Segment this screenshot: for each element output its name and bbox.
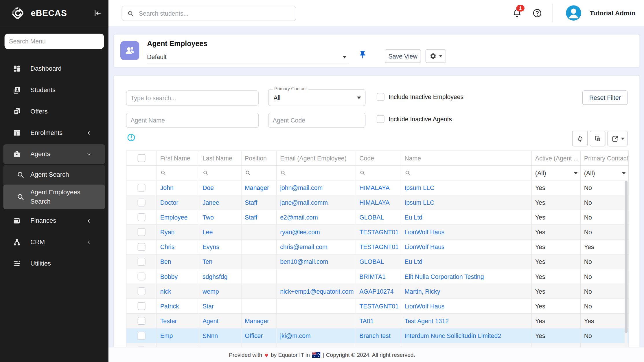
row-checkbox[interactable] <box>138 258 146 266</box>
cell-last-name[interactable]: Ten <box>199 254 241 269</box>
pin-icon[interactable] <box>358 49 367 60</box>
row-checkbox[interactable] <box>138 228 146 236</box>
cell-position[interactable]: Officer <box>241 328 277 343</box>
sidebar-item-agents[interactable]: Agents <box>3 144 105 164</box>
cell-code[interactable]: AGAP10274 <box>356 284 401 299</box>
table-row[interactable]: Doctor Janee Staff jane@mail.comm HIMALA… <box>126 195 629 210</box>
cell-first-name[interactable]: John <box>157 180 199 195</box>
cell-email[interactable]: nick+emp1@equatorit.com <box>277 284 356 299</box>
sidebar-item-finances[interactable]: Finances <box>0 210 108 231</box>
row-checkbox[interactable] <box>138 302 146 310</box>
cell-first-name[interactable]: Doctor <box>157 195 199 210</box>
cell-position[interactable]: Staff <box>241 210 277 225</box>
agent-code-input[interactable] <box>268 113 365 128</box>
cell-email[interactable]: jane@mail.comm <box>277 195 356 210</box>
filter-position[interactable] <box>241 165 277 180</box>
help-icon[interactable] <box>532 8 542 18</box>
cell-name[interactable]: Interdum Nunc Sollicitudin Limited2 <box>401 328 531 343</box>
filter-active-select[interactable]: (All) <box>532 165 581 180</box>
cell-position[interactable] <box>241 239 277 254</box>
cell-last-name[interactable]: Janee <box>199 195 241 210</box>
filter-first-name[interactable] <box>157 165 199 180</box>
cell-first-name[interactable]: Tester <box>157 313 199 328</box>
cell-email[interactable]: e2@mail.com <box>277 210 356 225</box>
cell-email[interactable] <box>277 313 356 328</box>
cell-position[interactable] <box>241 284 277 299</box>
cell-position[interactable] <box>241 225 277 239</box>
cell-name[interactable]: LionWolf Haus <box>401 299 531 313</box>
cell-code[interactable]: GLOBAL <box>356 254 401 269</box>
cell-last-name[interactable]: Lee <box>199 225 241 239</box>
table-row[interactable]: Ryan Lee ryan@lee.com TESTAGNT01 LionWol… <box>126 225 629 239</box>
cell-last-name[interactable]: sdghsfdg <box>199 269 241 284</box>
cell-position[interactable] <box>241 299 277 313</box>
cell-code[interactable]: TA01 <box>356 313 401 328</box>
row-checkbox[interactable] <box>138 317 146 325</box>
cell-name[interactable]: Martin, Ricky <box>401 284 531 299</box>
cell-first-name[interactable]: Ryan <box>157 225 199 239</box>
filter-code[interactable] <box>356 165 401 180</box>
table-row[interactable]: Emp SNnn Officer jki@m.com Branch test I… <box>126 328 629 343</box>
cell-code[interactable]: TESTAGNT01 <box>356 239 401 254</box>
include-inactive-agents-checkbox[interactable] <box>377 115 384 123</box>
cell-position[interactable] <box>241 269 277 284</box>
cell-last-name[interactable]: Doe <box>199 180 241 195</box>
sidebar-item-utilities[interactable]: Utilities <box>0 253 108 274</box>
table-row[interactable]: Tester Agent Manager TA01 Test Agent 131… <box>126 313 629 328</box>
cell-email[interactable]: john@mail.com <box>277 180 356 195</box>
filter-last-name[interactable] <box>199 165 241 180</box>
cell-last-name[interactable]: SNnn <box>199 328 241 343</box>
cell-name[interactable]: Eu Ltd <box>401 210 531 225</box>
cell-email[interactable] <box>277 269 356 284</box>
column-header-name[interactable]: Name <box>401 151 531 165</box>
cell-position[interactable]: Staff <box>241 195 277 210</box>
table-scrollbar-thumb[interactable] <box>625 181 628 333</box>
sidebar-item-enrolments[interactable]: Enrolments <box>0 122 108 144</box>
cell-code[interactable]: HIMALAYA <box>356 195 401 210</box>
column-header-email[interactable]: Email (Agent Employee) <box>277 151 356 165</box>
cell-first-name[interactable]: Employee <box>157 210 199 225</box>
cell-first-name[interactable]: Chris <box>157 239 199 254</box>
cell-email[interactable]: jki@m.com <box>277 328 356 343</box>
column-header-last-name[interactable]: Last Name <box>199 151 241 165</box>
student-search-input[interactable] <box>138 10 296 17</box>
row-checkbox[interactable] <box>138 273 146 281</box>
cell-name[interactable]: Ipsum LLC <box>401 180 531 195</box>
cell-code[interactable]: TESTAGNT01 <box>356 225 401 239</box>
cell-first-name[interactable]: Ben <box>157 254 199 269</box>
menu-search-input[interactable] <box>5 34 104 49</box>
primary-contact-select[interactable]: Primary Contact All <box>268 89 365 106</box>
sidebar-item-offers[interactable]: Offers <box>0 101 108 122</box>
view-selector[interactable]: Default <box>147 51 349 63</box>
type-to-search-input[interactable] <box>126 90 259 106</box>
agent-name-input[interactable] <box>126 113 259 128</box>
cell-name[interactable]: Eu Ltd <box>401 254 531 269</box>
refresh-button[interactable] <box>572 131 588 146</box>
cell-email[interactable]: ryan@lee.com <box>277 225 356 239</box>
cell-last-name[interactable]: Star <box>199 299 241 313</box>
sidebar-item-crm[interactable]: CRM <box>0 231 108 253</box>
cell-email[interactable]: chris@email.com <box>277 239 356 254</box>
save-view-button[interactable]: Save View <box>385 49 421 63</box>
cell-first-name[interactable]: Emp <box>157 328 199 343</box>
copy-button[interactable] <box>590 131 606 146</box>
export-button[interactable] <box>608 131 628 146</box>
cell-name[interactable]: LionWolf Haus <box>401 239 531 254</box>
cell-code[interactable]: HIMALAYA <box>356 180 401 195</box>
table-row[interactable]: Bobby sdghsfdg BRIMTA1 Elit Nulla Corpor… <box>126 269 629 284</box>
row-checkbox[interactable] <box>138 288 146 295</box>
sidebar-item-agent-search[interactable]: Agent Search <box>3 165 105 184</box>
filter-name[interactable] <box>401 165 531 180</box>
cell-code[interactable]: Branch test <box>356 328 401 343</box>
cell-email[interactable]: ben10@mail.com <box>277 254 356 269</box>
cell-code[interactable]: TESTAGNT01 <box>356 299 401 313</box>
cell-last-name[interactable]: Two <box>199 210 241 225</box>
cell-email[interactable] <box>277 299 356 313</box>
row-checkbox[interactable] <box>138 213 146 221</box>
cell-name[interactable]: LionWolf Haus <box>401 225 531 239</box>
cell-code[interactable]: BRIMTA1 <box>356 269 401 284</box>
column-header-position[interactable]: Position <box>241 151 277 165</box>
column-header-code[interactable]: Code <box>356 151 401 165</box>
avatar[interactable] <box>566 5 581 21</box>
table-row[interactable]: John Doe Manager john@mail.com HIMALAYA … <box>126 180 629 195</box>
